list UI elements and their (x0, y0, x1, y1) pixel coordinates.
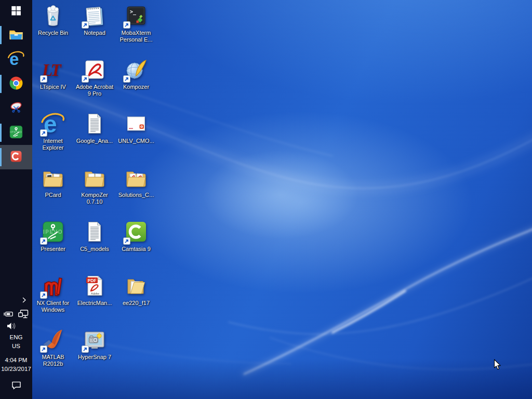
desktop-icon-kompozer-folder[interactable]: KompoZer 0.7.10 (74, 165, 115, 217)
desktop-icon-pcard-folder[interactable]: PCard (32, 165, 74, 217)
desktop-icon-label: Recycle Bin (38, 30, 68, 36)
desktop-icon-unlv-cmo-document[interactable]: UNLV_CMO... (115, 111, 157, 163)
taskbar-button-snipping-tool[interactable] (0, 96, 32, 121)
desktop-icon-matlab[interactable]: MATLAB R2012b (32, 327, 74, 379)
desktop-icon-label: LTspice IV (40, 84, 66, 90)
camtasia-9-icon (124, 219, 149, 244)
chevron-right-icon (21, 296, 28, 305)
notepad-icon (82, 3, 107, 28)
tray-icons-row (0, 307, 32, 321)
desktop-icon-label: PCard (45, 192, 61, 198)
ipevo-presenter-icon: IPEVO (8, 124, 24, 142)
chrome-icon (8, 75, 24, 93)
desktop-icon-label: HyperSnap 7 (78, 354, 111, 361)
desktop-icon-ltspice[interactable]: LT LTspice IV (32, 57, 74, 109)
desktop-icon-c5-models-document[interactable]: C5_models (74, 219, 115, 271)
acrobat-icon (82, 57, 107, 82)
network-display-icon[interactable] (18, 310, 29, 318)
desktop-icon-label: Adobe Acrobat 9 Pro (74, 84, 115, 97)
taskbar-button-chrome[interactable] (0, 72, 32, 96)
shortcut-arrow-badge (40, 291, 47, 299)
internet-explorer-icon: e (41, 111, 65, 136)
camtasia-recording-document-icon (124, 111, 149, 136)
taskbar-button-ipevo-presenter[interactable]: IPEVO (0, 121, 32, 145)
start-button[interactable] (0, 0, 32, 23)
camtasia-icon (9, 149, 23, 166)
clock[interactable]: 4:04 PM 10/23/2017 (0, 356, 32, 374)
open-folder-icon (124, 273, 149, 298)
folder-with-papers-icon (82, 165, 107, 190)
desktop-icon-label: ee220_f17 (123, 300, 150, 307)
desktop-icon-hypersnap[interactable]: HyperSnap 7 (74, 327, 115, 379)
file-explorer-icon (8, 26, 24, 45)
desktop-icon-google-ana-document[interactable]: Google_Ana... (74, 111, 115, 163)
shortcut-arrow-badge (40, 75, 47, 83)
language-region: US (0, 342, 32, 351)
desktop-icon-mobaxterm[interactable]: >_ MobaXterm Personal E... (115, 3, 157, 55)
language-indicator[interactable]: ENG US (0, 333, 32, 351)
taskbar: e (0, 0, 32, 399)
shortcut-arrow-badge (82, 345, 89, 353)
text-document-icon (82, 111, 107, 136)
shortcut-arrow-badge (123, 75, 130, 83)
desktop-icon-label: UNLV_CMO... (118, 138, 154, 144)
desktop-icon-electricman-pdf[interactable]: PDF Adobe ElectricMan... (74, 273, 115, 325)
desktop-icon-label: KompoZer 0.7.10 (74, 192, 115, 205)
desktop-icon-label: ElectricMan... (77, 300, 112, 307)
shortcut-arrow-badge (82, 75, 89, 83)
nx-client-icon (41, 273, 65, 298)
svg-text:Adobe: Adobe (91, 292, 99, 295)
svg-text:>_: >_ (130, 9, 137, 15)
shortcut-arrow-badge (123, 21, 130, 29)
shortcut-arrow-badge (40, 237, 47, 245)
windows-start-icon (9, 4, 23, 19)
taskbar-button-camtasia[interactable] (0, 145, 32, 169)
desktop-icon-label: Google_Ana... (76, 138, 113, 144)
volume-button[interactable] (0, 321, 32, 333)
shortcut-arrow-badge (40, 345, 47, 353)
clock-time: 4:04 PM (0, 356, 32, 365)
folder-with-pdfs-icon (124, 165, 149, 190)
desktop-icon-acrobat[interactable]: Adobe Acrobat 9 Pro (74, 57, 115, 109)
power-plug-icon[interactable] (4, 310, 14, 318)
text-document-icon (82, 219, 107, 244)
desktop-icon-recycle-bin[interactable]: Recycle Bin (32, 3, 74, 55)
desktop-icon-label: Presenter (41, 246, 65, 252)
desktop-icon-kompozer[interactable]: Kompozer (115, 57, 157, 109)
taskbar-button-internet-explorer[interactable]: e (0, 47, 32, 72)
desktop-icon-label: Solutions_C... (118, 192, 154, 198)
show-hidden-icons-button[interactable] (0, 295, 32, 307)
hypersnap-icon (82, 327, 107, 352)
desktop-icon-label: Internet Explorer (32, 138, 74, 151)
taskbar-button-file-explorer[interactable] (0, 23, 32, 47)
desktop-icon-camtasia-9[interactable]: Camtasia 9 (115, 219, 157, 271)
matlab-icon (41, 327, 65, 352)
desktop-screen: Recycle Bin (0, 0, 532, 399)
shortcut-arrow-badge (40, 129, 47, 137)
desktop-icon-label: Camtasia 9 (122, 246, 151, 252)
desktop-icon-label: MobaXterm Personal E... (115, 30, 157, 43)
desktop-icon-label: MATLAB R2012b (32, 354, 74, 367)
ltspice-icon: LT (41, 57, 65, 82)
ipevo-presenter-icon: IPEVO (41, 219, 65, 244)
desktop-icon-label: C5_models (80, 246, 109, 252)
folder-with-documents-icon (41, 165, 65, 190)
action-center-button[interactable] (0, 379, 32, 393)
desktop-icon-label: Kompozer (123, 84, 149, 90)
desktop-icon-presenter[interactable]: IPEVO Presenter (32, 219, 74, 271)
desktop-icon-internet-explorer[interactable]: e Internet Explorer (32, 111, 74, 163)
recycle-bin-icon (41, 3, 65, 28)
shortcut-arrow-badge (123, 237, 130, 245)
desktop-icon-label: Notepad (84, 30, 105, 36)
action-center-icon (11, 381, 21, 392)
desktop-icon-nx-client[interactable]: NX Client for Windows (32, 273, 74, 325)
snipping-tool-icon (8, 99, 24, 118)
desktop-icon-notepad[interactable]: Notepad (74, 3, 115, 55)
desktop-icon-solutions-folder[interactable]: Solutions_C... (115, 165, 157, 217)
svg-text:PDF: PDF (88, 278, 97, 283)
internet-explorer-icon: e (7, 50, 25, 70)
desktop-icon-ee220-folder[interactable]: ee220_f17 (115, 273, 157, 325)
language-code: ENG (0, 333, 32, 342)
kompozer-icon (124, 57, 149, 82)
clock-date: 10/23/2017 (0, 365, 32, 374)
